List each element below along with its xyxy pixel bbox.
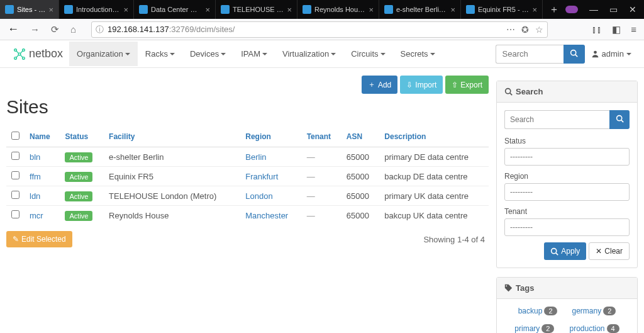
close-tab-icon[interactable]: × — [48, 5, 53, 14]
browser-tab[interactable]: Sites - NetBox× — [0, 0, 59, 19]
tab-label: Sites - NetBox — [17, 6, 45, 13]
caret-down-icon — [125, 53, 130, 55]
nav-item-virtualization[interactable]: Virtualization — [275, 42, 343, 66]
filter-search-input[interactable] — [504, 110, 609, 129]
site-name-link[interactable]: ldn — [30, 191, 40, 201]
page-actions-icon[interactable]: ⋯ — [506, 25, 515, 35]
close-tab-icon[interactable]: × — [287, 5, 292, 14]
nav-item-racks[interactable]: Racks — [138, 42, 182, 66]
column-header[interactable]: Facility — [104, 127, 240, 147]
browser-tab[interactable]: Reynolds House - Dat…× — [297, 0, 379, 19]
close-tab-icon[interactable]: × — [123, 5, 128, 14]
status-badge: Active — [65, 172, 92, 182]
clear-button[interactable]: ✕ Clear — [589, 242, 630, 260]
site-name-link[interactable]: bln — [30, 152, 40, 162]
tag-item[interactable]: backup2 — [518, 307, 557, 315]
maximize-button[interactable]: ▭ — [609, 4, 618, 14]
tag-item[interactable]: primary2 — [514, 324, 554, 333]
favicon-icon — [5, 5, 14, 14]
permissions-icon[interactable]: ✪ — [521, 25, 529, 35]
table-row: blnActivee-shelter BerlinBerlin—65000pri… — [6, 147, 489, 167]
region-link[interactable]: Berlin — [245, 152, 266, 162]
close-window-button[interactable]: ✕ — [629, 4, 636, 14]
nav-item-devices[interactable]: Devices — [182, 42, 233, 66]
back-button[interactable]: ← — [5, 21, 21, 37]
reload-button[interactable]: ⟳ — [48, 23, 62, 37]
filter-panel: Search Status Region Tenant — [496, 81, 638, 268]
browser-tab[interactable]: TELEHOUSE London (M…× — [216, 0, 297, 19]
nav-item-secrets[interactable]: Secrets — [393, 42, 443, 66]
status-select[interactable] — [504, 148, 630, 166]
asn-cell: 65000 — [341, 186, 380, 206]
site-info-icon[interactable]: ⓘ — [96, 24, 104, 35]
nav-item-ipam[interactable]: IPAM — [233, 42, 275, 66]
column-header[interactable]: Name — [25, 127, 60, 147]
menu-icon[interactable]: ≡ — [631, 24, 636, 35]
site-name-link[interactable]: ffm — [30, 172, 41, 181]
region-select[interactable] — [504, 183, 630, 201]
select-all-checkbox[interactable] — [11, 132, 19, 140]
tenant-select[interactable] — [504, 218, 630, 236]
minimize-button[interactable]: — — [589, 4, 598, 14]
apply-button[interactable]: Apply — [544, 242, 586, 260]
nav-item-circuits[interactable]: Circuits — [343, 42, 392, 66]
nav-search-input[interactable] — [496, 45, 564, 64]
svg-line-13 — [510, 93, 512, 95]
browser-tab[interactable]: e-shelter Berlin - Data…× — [379, 0, 461, 19]
region-link[interactable]: Manchester — [245, 211, 288, 220]
nav-search-button[interactable] — [564, 45, 585, 64]
browser-tab[interactable]: Equinix FR5 - Data Ce…× — [461, 0, 543, 19]
tag-name: backup — [518, 307, 543, 315]
svg-line-7 — [16, 55, 19, 57]
library-icon[interactable]: ⫿⫿ — [592, 24, 602, 35]
filter-search-button[interactable] — [609, 110, 630, 129]
row-checkbox[interactable] — [11, 152, 19, 160]
new-tab-button[interactable]: ＋ — [543, 3, 565, 16]
site-name-link[interactable]: mcr — [30, 211, 43, 220]
address-bar[interactable]: ⓘ 192.168.141.137:32769/dcim/sites/ ⋯ ✪ … — [91, 21, 548, 38]
sidebar-icon[interactable]: ◧ — [612, 24, 621, 35]
tag-item[interactable]: production4 — [569, 324, 619, 333]
column-header[interactable]: Tenant — [302, 127, 341, 147]
close-tab-icon[interactable]: × — [205, 5, 210, 14]
nav-item-organization[interactable]: Organization — [69, 42, 138, 66]
row-checkbox[interactable] — [11, 191, 19, 199]
tag-item[interactable]: germany2 — [572, 307, 616, 315]
netbox-logo[interactable]: netbox — [6, 47, 69, 61]
import-button[interactable]: ⇩ Import — [400, 76, 443, 94]
close-tab-icon[interactable]: × — [450, 5, 455, 14]
description-cell: primary UK data centre — [379, 186, 489, 206]
svg-line-10 — [575, 54, 577, 56]
home-button[interactable]: ⌂ — [68, 23, 79, 36]
tenant-cell: — — [302, 167, 341, 186]
svg-point-4 — [18, 53, 21, 55]
forward-button[interactable]: → — [28, 23, 42, 36]
column-header[interactable]: Description — [379, 127, 489, 147]
region-link[interactable]: London — [245, 191, 272, 201]
column-header[interactable]: Region — [240, 127, 301, 147]
edit-selected-button[interactable]: ✎ Edit Selected — [6, 231, 72, 247]
browser-tab[interactable]: Data Center Map - Col…× — [134, 0, 216, 19]
filter-heading: Search — [516, 87, 543, 96]
tab-label: TELEHOUSE London (M… — [233, 6, 284, 13]
region-link[interactable]: Frankfurt — [245, 172, 278, 181]
row-checkbox[interactable] — [11, 171, 19, 179]
svg-point-9 — [571, 50, 576, 55]
close-tab-icon[interactable]: × — [369, 5, 374, 14]
svg-point-18 — [506, 285, 507, 286]
tab-label: Equinix FR5 - Data Ce… — [478, 6, 529, 13]
close-tab-icon[interactable]: × — [532, 5, 537, 14]
user-menu[interactable]: admin — [585, 42, 638, 66]
facility-cell: Reynolds House — [104, 206, 240, 225]
caret-down-icon — [221, 53, 226, 55]
bookmark-icon[interactable]: ☆ — [535, 25, 543, 35]
page-title: Sites — [6, 96, 489, 118]
browser-tab[interactable]: Introduction - NetBox× — [59, 0, 134, 19]
column-header[interactable]: ASN — [341, 127, 380, 147]
facility-cell: e-shelter Berlin — [104, 147, 240, 167]
add-button[interactable]: ＋ Add — [362, 76, 397, 94]
column-header[interactable]: Status — [60, 127, 104, 147]
caret-down-icon — [380, 53, 386, 55]
row-checkbox[interactable] — [11, 210, 19, 218]
export-button[interactable]: ⇧ Export — [445, 76, 489, 94]
